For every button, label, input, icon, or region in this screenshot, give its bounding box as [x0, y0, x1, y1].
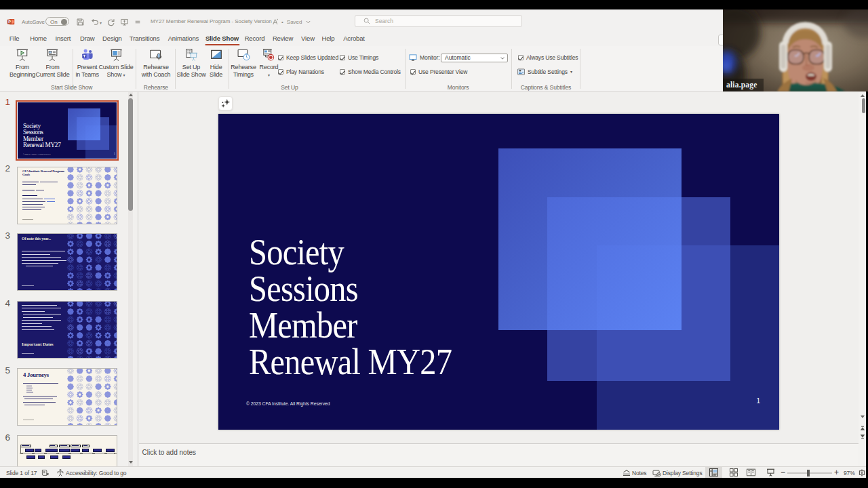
autosave-toggle[interactable]: On: [45, 17, 69, 26]
undo-dropdown-icon[interactable]: ▾: [100, 20, 102, 25]
thumb-decor: [77, 214, 79, 216]
zoom-slider-thumb[interactable]: [807, 470, 810, 476]
search-input[interactable]: Search: [355, 15, 522, 27]
tab-review[interactable]: Review: [273, 31, 293, 46]
thumb-decor: [77, 174, 79, 177]
accessibility-status[interactable]: Accessibility: Good to go: [66, 470, 126, 476]
thumb-decor: [86, 340, 89, 343]
use-presenter-view-checkbox[interactable]: Use Presenter View: [410, 68, 467, 75]
notes-toggle-label[interactable]: Notes: [632, 470, 646, 476]
show-media-controls-checkbox[interactable]: Show Media Controls: [340, 68, 401, 75]
reading-view-button[interactable]: [743, 467, 760, 478]
next-slide-button[interactable]: [860, 430, 865, 442]
saved-dropdown-icon[interactable]: [306, 20, 311, 24]
start-presentation-icon[interactable]: [120, 18, 129, 26]
thumbnail-scrollbar-thumb[interactable]: [128, 98, 134, 211]
slide-sorter-view-button[interactable]: [725, 467, 742, 478]
thumb-decor: [108, 234, 111, 236]
slide-4-thumbnail[interactable]: Important Dates: [17, 301, 117, 359]
from-beginning-button[interactable]: FromBeginning: [9, 48, 35, 78]
thumb-decor: [22, 251, 65, 251]
thumbnail-scroll-down-arrow[interactable]: [126, 459, 136, 466]
monitor-dropdown[interactable]: Automatic: [441, 54, 508, 62]
slide-canvas[interactable]: Society Sessions Member Renewal MY27 © 2…: [218, 114, 779, 430]
set-up-slide-show-button[interactable]: Set UpSlide Show: [176, 48, 205, 78]
custom-slide-show-button[interactable]: Custom SlideShow ▾: [98, 48, 133, 79]
tab-home[interactable]: Home: [30, 31, 47, 46]
thumb-decor: [108, 222, 111, 224]
thumb-decor: [77, 384, 79, 386]
zoom-in-button[interactable]: +: [834, 468, 839, 477]
thumb-decor: [106, 449, 115, 452]
tab-draw[interactable]: Draw: [80, 31, 95, 46]
tab-view[interactable]: View: [301, 31, 315, 46]
tab-file[interactable]: File: [9, 31, 20, 46]
subtitle-settings-button[interactable]: Subtitle Settings ▾: [517, 68, 572, 75]
display-settings-label[interactable]: Display Settings: [663, 470, 703, 476]
tab-slide-show[interactable]: Slide Show: [205, 31, 239, 46]
play-narrations-label: Play Narrations: [286, 68, 324, 75]
slide-3-thumbnail[interactable]: Of note this year...: [17, 233, 117, 291]
hide-slide-button[interactable]: HideSlide: [210, 48, 223, 78]
present-in-teams-button[interactable]: Presentin Teams: [75, 48, 98, 78]
notes-pane[interactable]: Click to add notes: [139, 444, 859, 466]
undo-icon[interactable]: [90, 18, 99, 26]
slide-1-thumbnail[interactable]: SocietySessionsMemberRenewal MY27© 2023 …: [17, 102, 117, 159]
group-label-captions: Captions & Subtitles: [521, 84, 572, 91]
editor-scrollbar-thumb[interactable]: [862, 98, 865, 113]
rehearse-timings-button[interactable]: RehearseTimings: [231, 48, 256, 78]
slide-6-thumbnail[interactable]: [17, 435, 117, 467]
tab-acrobat[interactable]: Acrobat: [343, 31, 365, 46]
slide-5-thumbnail[interactable]: 4 Journeys: [17, 368, 117, 426]
designer-sparkle-button[interactable]: [218, 96, 233, 110]
tab-record[interactable]: Record: [245, 31, 265, 46]
slide-title[interactable]: Society Sessions Member Renewal MY27: [249, 234, 452, 380]
saved-bullet: •: [281, 19, 283, 25]
thumb-decor: [24, 399, 53, 399]
zoom-slider-track[interactable]: [787, 472, 832, 474]
thumb-decor: Of note this year...: [22, 237, 51, 241]
tab-design[interactable]: Design: [102, 31, 122, 46]
normal-view-button[interactable]: [705, 467, 722, 478]
always-use-subtitles-checkbox[interactable]: Always Use Subtitles: [518, 54, 578, 61]
keep-slides-updated-checkbox[interactable]: Keep Slides Updated: [278, 54, 338, 61]
zoom-out-button[interactable]: −: [781, 468, 785, 477]
record-button[interactable]: Record▾: [260, 48, 279, 79]
thumb-decor: [114, 415, 117, 418]
thumb-decor: [22, 326, 52, 327]
tab-help[interactable]: Help: [322, 31, 335, 46]
use-timings-checkbox[interactable]: Use Timings: [340, 54, 378, 61]
accessibility-icon[interactable]: [57, 469, 64, 476]
slide-show-view-button[interactable]: [762, 467, 779, 478]
thumb-decor: [26, 392, 33, 392]
thumb-decor: Important Dates: [22, 342, 54, 346]
subtitle-settings-label: Subtitle Settings: [528, 68, 568, 75]
slide-2-thumbnail[interactable]: CFA Institute Renewal ProgramGoals: [17, 167, 117, 224]
thumb-decor: [68, 369, 71, 371]
spell-check-icon[interactable]: [41, 469, 49, 476]
thumb-decor: [71, 449, 80, 452]
redo-icon[interactable]: [106, 18, 115, 26]
thumb-decor: [77, 190, 79, 192]
thumb-decor: [22, 285, 34, 286]
thumb-decor: [96, 302, 98, 304]
editor-scroll-up-arrow[interactable]: [861, 94, 865, 97]
thumbnail-scroll-up-arrow[interactable]: [127, 92, 135, 98]
editor-scroll-down-arrow[interactable]: [861, 415, 865, 418]
tab-animations[interactable]: Animations: [168, 31, 199, 46]
thumb-decor: [59, 449, 70, 452]
rehearse-with-coach-button[interactable]: Rehearsewith Coach: [142, 48, 171, 78]
thumb-decor: [26, 388, 33, 388]
save-icon[interactable]: [76, 18, 85, 26]
set-up-slide-show-icon: [184, 48, 198, 62]
tab-insert[interactable]: Insert: [55, 31, 71, 46]
thumb-decor: [98, 369, 101, 371]
fit-slide-to-window-icon[interactable]: [859, 469, 865, 476]
customize-qat-icon[interactable]: [134, 18, 141, 26]
tab-transitions[interactable]: Transitions: [130, 31, 159, 46]
play-narrations-checkbox[interactable]: Play Narrations: [278, 68, 324, 75]
zoom-level[interactable]: 97%: [844, 470, 855, 476]
thumb-decor: [86, 198, 89, 201]
thumb-decor: [114, 425, 116, 426]
from-current-slide-button[interactable]: FromCurrent Slide: [36, 48, 70, 78]
